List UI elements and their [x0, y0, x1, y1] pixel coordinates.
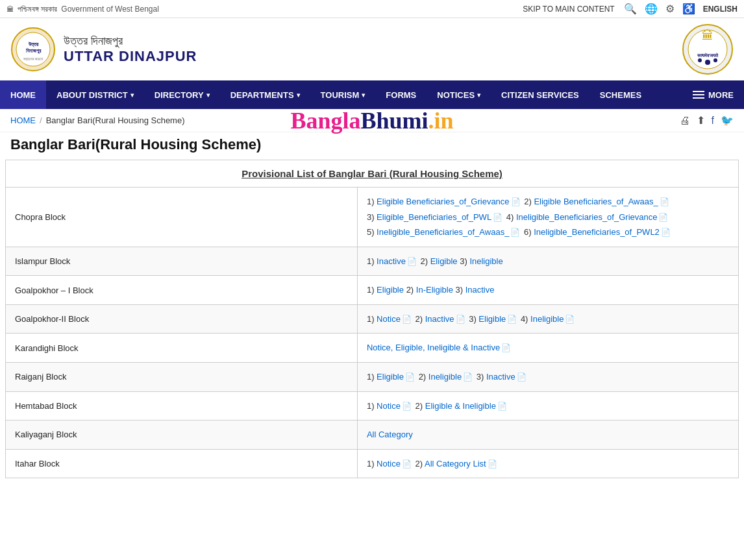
breadcrumb: HOME / Banglar Bari(Rural Housing Scheme… — [10, 116, 185, 125]
nav-tourism[interactable]: TOURISM ▾ — [310, 80, 376, 109]
block-links: All Category — [357, 420, 738, 449]
block-link[interactable]: Ineligible — [428, 372, 462, 382]
svg-point-10 — [698, 58, 702, 62]
table-row: Raiganj Block1) Eligible📄 2) Ineligible📄… — [6, 362, 739, 391]
block-link[interactable]: All Category List — [425, 459, 486, 469]
block-link[interactable]: Ineligible_Beneficiaries_of_PWL2 — [534, 227, 660, 237]
block-link[interactable]: Notice — [377, 314, 401, 324]
block-link[interactable]: Inactive — [486, 372, 515, 382]
top-bar-icons: 🔍 🌐 ⚙ ♿ ENGLISH — [624, 3, 738, 15]
pdf-icon: 📄 — [661, 226, 671, 240]
bangla-bhumi-logo-area: BanglaBhumi.in — [290, 107, 453, 134]
nav-home[interactable]: HOME — [0, 80, 46, 109]
district-logo-svg: উত্তর দিনাজপুর সত্যমেব জয়তে — [10, 27, 56, 72]
pdf-icon: 📄 — [402, 313, 412, 327]
table-heading: Provisional List of Banglar Bari (Rural … — [6, 160, 739, 188]
skip-to-main-link[interactable]: SKIP TO MAIN CONTENT — [523, 5, 614, 14]
block-name: Goalpokhor-II Block — [6, 304, 358, 334]
block-link[interactable]: All Category — [367, 430, 413, 439]
chevron-down-icon: ▾ — [477, 91, 480, 99]
hamburger-icon — [693, 91, 704, 99]
block-link[interactable]: Eligible — [430, 256, 458, 266]
breadcrumb-separator: / — [40, 116, 42, 125]
facebook-icon[interactable]: f — [712, 115, 714, 127]
breadcrumb-home[interactable]: HOME — [10, 116, 36, 125]
sitemap-icon-btn[interactable]: ⚙ — [665, 3, 675, 15]
dot-in-text: .in — [428, 108, 454, 134]
table-row: Karandighi BlockNotice, Eligible, Inelig… — [6, 334, 739, 363]
block-link[interactable]: Notice — [377, 459, 401, 469]
pdf-icon: 📄 — [493, 211, 502, 225]
block-link[interactable]: Eligible_Beneficiaries_of_PWL — [377, 212, 491, 222]
nav-notices[interactable]: NOTICES ▾ — [427, 80, 491, 109]
breadcrumb-current: Banglar Bari(Rural Housing Scheme) — [46, 116, 185, 125]
globe-icon-btn[interactable]: 🌐 — [645, 3, 658, 15]
block-link[interactable]: Inactive — [425, 314, 454, 324]
gov-name-bengali: পশ্চিমবঙ্গ সরকার — [18, 5, 57, 14]
block-link[interactable]: Eligible — [478, 314, 506, 324]
nav-more-button[interactable]: MORE — [682, 80, 744, 109]
pdf-icon: 📄 — [658, 211, 668, 225]
block-link[interactable]: In-Eligible — [416, 285, 453, 295]
bhumi-text: Bhumi — [360, 108, 428, 134]
svg-text:🏛: 🏛 — [702, 29, 713, 42]
block-link[interactable]: Eligible & Ineligible — [425, 401, 496, 411]
nav-forms[interactable]: FORMS — [375, 80, 427, 109]
nav-directory[interactable]: DIRECTORY ▾ — [144, 80, 220, 109]
nav-citizen-services[interactable]: CITIZEN SERVICES — [491, 80, 589, 109]
pdf-icon: 📄 — [405, 371, 415, 385]
table-row: Chopra Block1) Eligible Beneficiaries_of… — [6, 188, 739, 247]
block-name: Karandighi Block — [6, 334, 358, 363]
top-bar-right: SKIP TO MAIN CONTENT 🔍 🌐 ⚙ ♿ ENGLISH — [523, 3, 738, 15]
main-content: Provisional List of Banglar Bari (Rural … — [0, 160, 744, 491]
pdf-icon: 📄 — [507, 313, 517, 327]
block-link[interactable]: Ineligible — [469, 256, 502, 266]
gov-name-english: Government of West Bengal — [61, 5, 159, 14]
block-name: Hemtabad Block — [6, 391, 358, 420]
table-row: Itahar Block1) Notice📄 2) All Category L… — [6, 449, 739, 478]
nav-schemes[interactable]: SCHEMES — [589, 80, 652, 109]
language-button[interactable]: ENGLISH — [703, 5, 738, 14]
table-row: Goalpokhor – I Block1) Eligible 2) In-El… — [6, 276, 739, 304]
block-links: 1) Notice📄 2) Eligible & Ineligible📄 — [357, 391, 738, 420]
breadcrumb-actions: 🖨 ⬆ f 🐦 — [680, 114, 734, 127]
block-link[interactable]: Inactive — [377, 256, 406, 266]
bangla-bhumi-logo: BanglaBhumi.in — [290, 107, 453, 134]
nav-departments[interactable]: DEPARTMENTS ▾ — [220, 80, 310, 109]
table-row: Kaliyaganj BlockAll Category — [6, 420, 739, 449]
pdf-icon: 📄 — [660, 195, 669, 210]
block-link[interactable]: Inactive — [465, 285, 495, 295]
block-link[interactable]: Ineligible_Beneficiaries_of_Grievance — [516, 212, 658, 222]
pdf-icon: 📄 — [463, 371, 473, 385]
svg-text:সত্যমেব জয়তে: সত্যমেব জয়তে — [23, 57, 43, 62]
search-icon-btn[interactable]: 🔍 — [624, 3, 637, 15]
block-name: Islampur Block — [6, 247, 358, 276]
nav-about-district[interactable]: ABOUT DISTRICT ▾ — [46, 80, 144, 109]
block-links: 1) Inactive📄 2) Eligible 3) Ineligible — [357, 247, 738, 276]
scheme-table: Provisional List of Banglar Bari (Rural … — [5, 160, 739, 478]
district-name-english: UTTAR DINAJPUR — [64, 48, 197, 65]
block-name: Chopra Block — [6, 188, 358, 247]
block-link[interactable]: Eligible — [377, 285, 404, 295]
chevron-down-icon: ▾ — [297, 91, 300, 99]
share-icon[interactable]: ⬆ — [697, 114, 705, 127]
accessibility-icon-btn[interactable]: ♿ — [682, 3, 695, 15]
print-icon[interactable]: 🖨 — [680, 115, 690, 127]
block-name: Goalpokhor – I Block — [6, 276, 358, 304]
block-link[interactable]: Notice — [377, 401, 401, 411]
table-row: Hemtabad Block1) Notice📄 2) Eligible & I… — [6, 391, 739, 420]
block-links: 1) Eligible Beneficiaries_of_Grievance📄 … — [357, 188, 738, 247]
top-bar-left: 🏛 পশ্চিমবঙ্গ সরকার Government of West Be… — [6, 5, 159, 14]
pdf-icon: 📄 — [517, 371, 527, 385]
twitter-icon[interactable]: 🐦 — [721, 114, 734, 127]
pdf-icon: 📄 — [402, 400, 412, 414]
table-row: Goalpokhor-II Block1) Notice📄 2) Inactiv… — [6, 304, 739, 334]
block-links: 1) Notice📄 2) All Category List📄 — [357, 449, 738, 478]
block-link[interactable]: Notice, Eligible, Ineligible & Inactive — [367, 343, 500, 352]
block-link[interactable]: Eligible Beneficiaries_of_Awaas_ — [534, 197, 658, 206]
block-link[interactable]: Ineligible_Beneficiaries_of_Awaas_ — [377, 227, 509, 237]
block-link[interactable]: Ineligible — [530, 314, 564, 324]
pdf-icon: 📄 — [407, 255, 417, 269]
block-link[interactable]: Eligible — [377, 372, 404, 382]
block-link[interactable]: Eligible Beneficiaries_of_Grievance — [377, 197, 510, 206]
